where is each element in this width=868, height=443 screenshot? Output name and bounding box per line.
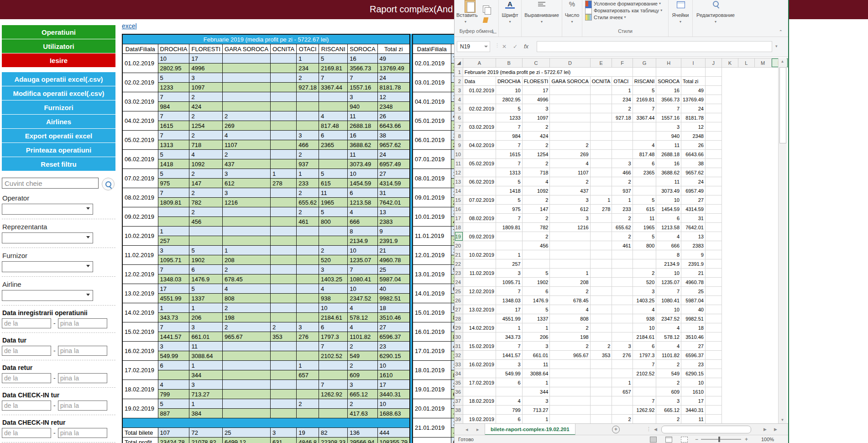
cell[interactable]: 1254	[522, 150, 550, 159]
cell[interactable]	[754, 378, 771, 387]
cell[interactable]	[722, 351, 738, 360]
ribbon-collapse-icon[interactable]: ⌃	[779, 29, 783, 34]
cell[interactable]	[754, 132, 771, 141]
cell[interactable]	[550, 415, 590, 424]
cell[interactable]: 549	[656, 369, 681, 378]
cell[interactable]: 2	[522, 159, 550, 168]
cell[interactable]	[590, 259, 612, 269]
cell[interactable]	[590, 296, 612, 305]
cell[interactable]: 3	[522, 104, 550, 113]
cell[interactable]: 1262.92	[633, 406, 656, 415]
cell[interactable]	[754, 406, 771, 415]
cell[interactable]	[633, 177, 656, 186]
cell[interactable]: 4	[656, 342, 681, 351]
horizontal-scrollbar[interactable]: ◀ ▶ ▶	[654, 426, 777, 433]
vertical-scroll-thumb[interactable]	[779, 67, 786, 143]
cell[interactable]: 3073.49	[656, 186, 681, 195]
cell[interactable]	[550, 259, 590, 269]
cell[interactable]	[738, 122, 754, 132]
cell[interactable]	[633, 68, 656, 77]
cell[interactable]	[754, 195, 771, 205]
cell[interactable]: 01.02.2019	[463, 86, 496, 95]
cell[interactable]	[463, 186, 496, 195]
page-layout-view-icon[interactable]	[665, 437, 672, 443]
cell[interactable]	[522, 259, 550, 269]
row-header-6[interactable]: 6	[455, 113, 463, 122]
cell[interactable]	[738, 323, 754, 332]
cell[interactable]: 19.02.2019	[463, 415, 496, 424]
cell[interactable]	[738, 250, 754, 259]
cell[interactable]: 1	[522, 415, 550, 424]
cell[interactable]: 3088.64	[522, 369, 550, 378]
cell[interactable]	[590, 186, 612, 195]
cell[interactable]: 2688.18	[656, 150, 681, 159]
cell[interactable]: 2365	[633, 168, 656, 177]
cell[interactable]	[754, 351, 771, 360]
cell[interactable]: 5987.04	[681, 296, 706, 305]
cell[interactable]: OTACI	[612, 77, 633, 86]
cell[interactable]	[705, 369, 722, 378]
cell[interactable]: 2347.52	[656, 314, 681, 323]
cell[interactable]	[738, 369, 754, 378]
cell[interactable]: 8	[656, 250, 681, 259]
cell[interactable]: 16.02.2019	[463, 360, 496, 369]
cell[interactable]: 800	[633, 241, 656, 250]
date-from-input[interactable]	[2, 346, 51, 356]
cell[interactable]	[590, 177, 612, 186]
cell[interactable]	[705, 305, 722, 314]
cell[interactable]: 02.02.2019	[463, 104, 496, 113]
date-to-input[interactable]	[58, 401, 107, 411]
cell[interactable]: 1	[522, 323, 550, 332]
cell[interactable]: 4	[522, 177, 550, 186]
cell[interactable]	[633, 132, 656, 141]
cell[interactable]: 965.67	[550, 351, 590, 360]
cell[interactable]: 7	[656, 287, 681, 296]
cell[interactable]: 10	[681, 378, 706, 387]
cell[interactable]: 1092	[522, 186, 550, 195]
ribbon-group-number[interactable]: % Число ▾	[562, 0, 582, 37]
cell[interactable]	[722, 122, 738, 132]
cell[interactable]	[738, 168, 754, 177]
cell[interactable]: 2	[550, 342, 590, 351]
cell[interactable]	[754, 259, 771, 269]
cell[interactable]: SOROCA	[656, 77, 681, 86]
cell[interactable]	[633, 387, 656, 396]
cell[interactable]: 10	[496, 86, 522, 95]
cell[interactable]	[633, 415, 656, 424]
page-break-view-icon[interactable]	[681, 437, 688, 443]
cell[interactable]: 4996	[522, 95, 550, 104]
cell[interactable]	[463, 223, 496, 232]
cell[interactable]: 520	[633, 278, 656, 287]
cell[interactable]	[705, 296, 722, 305]
cell[interactable]	[612, 141, 633, 150]
cell[interactable]	[590, 214, 612, 223]
cell[interactable]	[722, 387, 738, 396]
cell[interactable]: 6	[633, 159, 656, 168]
cell[interactable]	[522, 250, 550, 259]
cell[interactable]	[722, 132, 738, 141]
cell[interactable]	[738, 95, 754, 104]
cell[interactable]	[463, 241, 496, 250]
cell[interactable]	[463, 168, 496, 177]
cell[interactable]	[754, 214, 771, 223]
row-header-1[interactable]: 1	[455, 68, 463, 77]
cell[interactable]	[705, 186, 722, 195]
cell[interactable]: 1337	[522, 314, 550, 323]
cell[interactable]	[463, 369, 496, 378]
cell[interactable]: 1233	[496, 113, 522, 122]
row-header-17[interactable]: 17	[455, 214, 463, 223]
column-header-D[interactable]: D	[550, 58, 590, 68]
cell[interactable]: Total zi	[681, 77, 706, 86]
cell[interactable]: 2184.61	[633, 332, 656, 342]
cell[interactable]: 06.02.2019	[463, 177, 496, 186]
cell[interactable]: 657	[612, 387, 633, 396]
row-header-10[interactable]: 10	[455, 150, 463, 159]
cell[interactable]	[738, 214, 754, 223]
column-header-E[interactable]: E	[590, 58, 612, 68]
paste-button[interactable]: Вставить	[456, 12, 498, 18]
cell[interactable]	[590, 415, 612, 424]
cell[interactable]	[612, 287, 633, 296]
cell[interactable]: 1	[612, 86, 633, 95]
cell[interactable]: 49	[681, 86, 706, 95]
cell[interactable]	[550, 232, 590, 241]
